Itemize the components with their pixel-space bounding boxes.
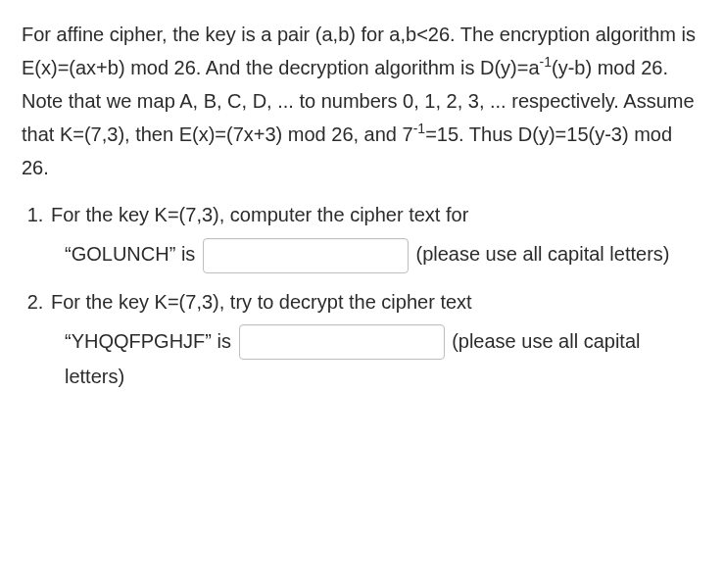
q2-answer-input[interactable]	[239, 324, 445, 360]
q2-pre-label: “YHQQFPGHJF” is	[65, 330, 231, 352]
question-2: For the key K=(7,3), try to decrypt the …	[49, 285, 702, 394]
q2-prompt: For the key K=(7,3), try to decrypt the …	[51, 291, 472, 313]
intro-sup1: -1	[540, 54, 552, 70]
intro-sup2: -1	[413, 121, 425, 136]
question-1: For the key K=(7,3), computer the cipher…	[49, 198, 702, 273]
q1-pre-label: “GOLUNCH” is	[65, 243, 195, 265]
q1-answer-input[interactable]	[203, 238, 409, 273]
intro-paragraph: For affine cipher, the key is a pair (a,…	[22, 18, 702, 184]
question-list: For the key K=(7,3), computer the cipher…	[22, 198, 702, 393]
q1-post-label: (please use all capital letters)	[415, 243, 669, 265]
q1-prompt: For the key K=(7,3), computer the cipher…	[51, 204, 468, 225]
